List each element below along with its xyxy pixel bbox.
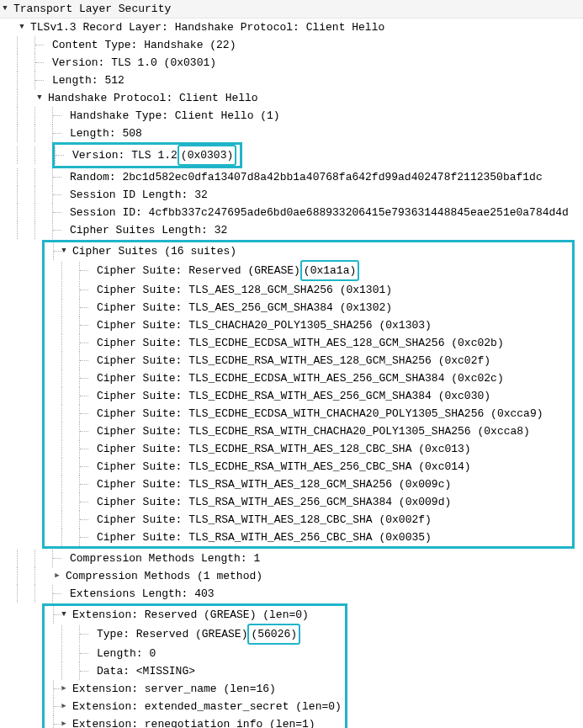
cipher-suites-box: Cipher Suites (16 suites) Cipher Suite: … — [42, 240, 575, 549]
cipher-suite-item[interactable]: Cipher Suite: TLS_RSA_WITH_AES_256_CBC_S… — [45, 529, 572, 546]
session-id[interactable]: Session ID: 4cfbb337c247695ade6bd0ae6889… — [0, 204, 583, 221]
extension-item[interactable]: Extension: server_name (len=16) — [45, 680, 345, 698]
cipher-suites[interactable]: Cipher Suites (16 suites) — [45, 242, 572, 260]
handshake-protocol[interactable]: Handshake Protocol: Client Hello — [0, 89, 583, 107]
handshake-type[interactable]: Handshake Type: Client Hello (1) — [0, 107, 583, 125]
cipher-suites-length[interactable]: Cipher Suites Length: 32 — [0, 221, 583, 239]
ext-grease[interactable]: Extension: Reserved (GREASE) (len=0) — [45, 606, 345, 624]
compression-length[interactable]: Compression Methods Length: 1 — [0, 550, 583, 567]
cipher-suite-item[interactable]: Cipher Suite: Reserved (GREASE) (0x1a1a) — [45, 260, 572, 281]
extension-item[interactable]: Extension: renegotiation_info (len=1) — [45, 715, 345, 728]
random[interactable]: Random: 2bc1d582ec0dfa13407d8a42bb1a4076… — [0, 168, 583, 186]
toggle-icon[interactable] — [34, 93, 45, 104]
cipher-suite-item[interactable]: Cipher Suite: TLS_ECDHE_RSA_WITH_AES_128… — [45, 352, 572, 369]
cipher-suite-item[interactable]: Cipher Suite: TLS_RSA_WITH_AES_128_CBC_S… — [45, 511, 572, 529]
version[interactable]: Version: TLS 1.0 (0x0301) — [0, 54, 583, 72]
record-label: TLSv1.3 Record Layer: Handshake Protocol… — [30, 19, 384, 36]
cipher-suite-item[interactable]: Cipher Suite: TLS_RSA_WITH_AES_256_GCM_S… — [45, 493, 572, 511]
extension-item[interactable]: Extension: extended_master_secret (len=0… — [45, 698, 345, 715]
record-layer[interactable]: TLSv1.3 Record Layer: Handshake Protocol… — [0, 19, 583, 36]
cipher-suite-item[interactable]: Cipher Suite: TLS_ECDHE_ECDSA_WITH_AES_2… — [45, 369, 572, 387]
cipher-suite-item[interactable]: Cipher Suite: TLS_CHACHA20_POLY1305_SHA2… — [45, 316, 572, 334]
length[interactable]: Length: 512 — [0, 72, 583, 89]
compression-methods[interactable]: Compression Methods (1 method) — [0, 567, 583, 585]
grease-ext-code: (56026) — [247, 624, 300, 645]
session-id-length[interactable]: Session ID Length: 32 — [0, 186, 583, 204]
extensions-box: Extension: Reserved (GREASE) (len=0) Typ… — [42, 603, 347, 728]
ext-grease-data[interactable]: Data: <MISSING> — [45, 662, 345, 680]
cipher-suite-item[interactable]: Cipher Suite: TLS_ECDHE_RSA_WITH_CHACHA2… — [45, 422, 572, 440]
toggle-icon[interactable] — [17, 23, 27, 33]
cipher-suite-item[interactable]: Cipher Suite: TLS_AES_256_GCM_SHA384 (0x… — [45, 299, 572, 316]
extensions-length[interactable]: Extensions Length: 403 — [0, 585, 583, 603]
toggle-icon[interactable] — [0, 4, 10, 14]
cipher-suite-item[interactable]: Cipher Suite: TLS_ECDHE_ECDSA_WITH_CHACH… — [45, 405, 572, 422]
content-type[interactable]: Content Type: Handshake (22) — [0, 36, 583, 54]
handshake-version[interactable]: Version: TLS 1.2 (0x0303) — [0, 142, 583, 168]
ext-grease-type[interactable]: Type: Reserved (GREASE) (56026) — [45, 624, 345, 645]
cipher-suite-item[interactable]: Cipher Suite: TLS_RSA_WITH_AES_128_GCM_S… — [45, 476, 572, 493]
tree-root[interactable]: Transport Layer Security — [0, 0, 583, 19]
cipher-suite-item[interactable]: Cipher Suite: TLS_ECDHE_RSA_WITH_AES_256… — [45, 458, 572, 476]
handshake-length[interactable]: Length: 508 — [0, 125, 583, 142]
cipher-suite-item[interactable]: Cipher Suite: TLS_ECDHE_RSA_WITH_AES_128… — [45, 440, 572, 458]
toggle-icon[interactable] — [52, 571, 62, 582]
ext-grease-length[interactable]: Length: 0 — [45, 645, 345, 662]
root-label: Transport Layer Security — [13, 0, 171, 18]
cipher-suite-item[interactable]: Cipher Suite: TLS_AES_128_GCM_SHA256 (0x… — [45, 281, 572, 299]
hs-version-code: (0x0303) — [178, 145, 236, 166]
cipher-suite-item[interactable]: Cipher Suite: TLS_ECDHE_ECDSA_WITH_AES_1… — [45, 334, 572, 352]
grease-code: (0x1a1a) — [300, 260, 359, 281]
cipher-suite-item[interactable]: Cipher Suite: TLS_ECDHE_RSA_WITH_AES_256… — [45, 387, 572, 405]
